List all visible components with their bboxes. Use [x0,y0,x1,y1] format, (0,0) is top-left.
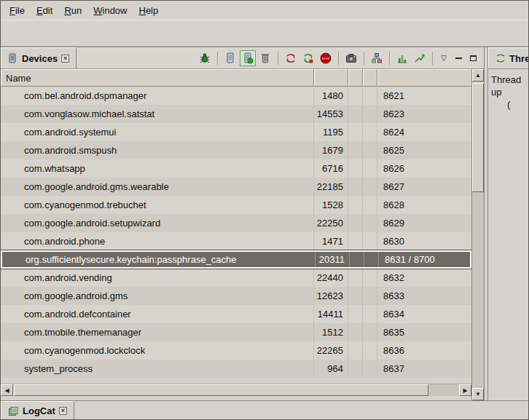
menu-window[interactable]: Window [87,3,133,18]
tab-devices[interactable]: Devices × [1,47,77,68]
process-name: com.android.systemui [1,123,314,141]
table-header: Name [1,69,471,87]
process-pid: 1528 [314,196,348,214]
process-pid: 22250 [314,214,348,232]
screen-capture-icon[interactable] [343,50,359,66]
process-name: org.sufficientlysecure.keychain:passphra… [2,252,316,267]
stop-process-icon[interactable]: STOP [318,50,334,66]
scroll-left-icon[interactable]: ◀ [1,384,13,396]
toolbar-separator [338,52,339,65]
update-threads-icon[interactable] [283,50,299,66]
process-name: com.vonglasow.michael.satstat [1,105,314,123]
debug-icon[interactable] [197,50,213,66]
process-pid: 22265 [314,341,348,360]
process-name: com.google.android.setupwizard [1,214,314,232]
threads-icon [495,53,506,63]
table-row[interactable]: com.tmobile.thememanager 1512 8635 [1,323,471,341]
devices-toolbar: STOP [197,47,484,68]
process-port: 8633 [377,287,471,305]
tab-devices-close-icon[interactable]: × [61,55,69,63]
process-name: com.tmobile.thememanager [1,323,314,341]
process-port: 8630 [377,232,471,250]
process-pid: 964 [314,360,348,378]
method-profiling-icon[interactable] [300,50,316,66]
dump-hprof-icon[interactable] [240,50,256,66]
devices-view: Devices × [1,47,485,400]
process-pid: 1195 [314,123,348,141]
menu-bar: File Edit Run Window Help [1,1,528,20]
process-pid: 14411 [314,305,348,323]
table-row[interactable]: com.cyanogenmod.trebuchet 1528 8628 [1,196,471,214]
toolbar-separator [389,52,390,65]
main-area: Devices × [1,47,528,400]
scroll-down-icon[interactable]: ▼ [472,388,484,400]
menu-help[interactable]: Help [133,3,164,18]
process-name: com.android.defcontainer [1,305,314,323]
process-port: 8627 [377,178,471,196]
logcat-icon [8,406,19,416]
process-port: 8631 / 8700 [379,252,470,267]
maximize-icon[interactable] [466,52,479,65]
process-name: com.bel.android.dspmanager [1,87,314,105]
table-row[interactable]: com.google.android.setupwizard 22250 862… [1,214,471,232]
v-scroll-thumb[interactable] [472,83,484,192]
process-pid: 12623 [314,287,348,305]
vertical-scrollbar[interactable]: ▲ ▼ [471,69,484,400]
process-port: 8624 [377,123,471,141]
horizontal-scrollbar[interactable]: ◀ ▶ [1,384,471,396]
process-pid: 20311 [316,252,350,267]
table-row[interactable]: system_process 964 8637 [1,360,471,378]
tab-logcat-close-icon[interactable]: × [59,407,67,415]
tab-threads[interactable]: Threads [488,47,528,68]
hierarchy-view-icon[interactable] [369,50,385,66]
table-row[interactable]: com.android.vending 22440 8632 [1,269,471,287]
menu-file[interactable]: File [4,3,31,18]
process-table: Name com.bel.android.dspmanager 1480 862… [1,69,484,400]
minimize-icon[interactable] [452,52,465,65]
table-row[interactable]: com.bel.android.dspmanager 1480 8621 [1,87,471,105]
sysinfo-chart-icon[interactable] [412,50,428,66]
scroll-up-icon[interactable]: ▲ [472,69,484,82]
toolbar-separator [364,52,364,65]
process-port: 8635 [377,323,471,341]
process-port: 8636 [377,341,471,360]
bottom-tabbar: LogCat × [1,400,528,420]
update-heap-icon[interactable] [222,50,238,66]
toolbar-separator [278,52,278,65]
sysinfo-bars-icon[interactable] [394,50,410,66]
view-menu-icon[interactable]: ▽ [437,52,450,65]
table-row[interactable]: com.google.android.gms.wearable 22185 86… [1,178,471,196]
table-row[interactable]: org.sufficientlysecure.keychain:passphra… [1,250,471,269]
process-port: 8629 [377,214,471,232]
devices-tabbar: Devices × [1,47,484,69]
table-row[interactable]: com.google.android.gms 12623 8633 [1,287,471,305]
tab-logcat-label: LogCat [23,405,55,416]
table-row[interactable]: com.android.systemui 1195 8624 [1,123,471,141]
process-name: com.android.vending [1,269,314,287]
process-name: system_process [1,360,314,378]
tab-threads-label: Threads [509,53,528,64]
table-row[interactable]: com.cyanogenmod.lockclock 22265 8636 [1,341,471,360]
menu-run[interactable]: Run [58,3,87,18]
column-header-pid [314,69,348,87]
threads-message-line2: ( [491,98,525,111]
menu-edit[interactable]: Edit [31,3,58,18]
column-header-c2 [363,69,377,87]
table-row[interactable]: com.android.smspush 1679 8625 [1,141,471,159]
process-name: com.android.phone [1,232,314,250]
h-scroll-thumb[interactable] [14,384,428,396]
scroll-right-icon[interactable]: ▶ [459,384,471,396]
column-header-port [377,69,471,87]
table-row[interactable]: com.whatsapp 6716 8626 [1,159,471,178]
tab-logcat[interactable]: LogCat × [1,401,74,420]
table-row[interactable]: com.android.phone 1471 8630 [1,232,471,250]
process-pid: 1679 [314,141,348,159]
cause-gc-icon[interactable] [257,50,273,66]
process-name: com.cyanogenmod.lockclock [1,341,314,360]
toolbar-separator [432,52,433,65]
v-scroll-track[interactable] [472,82,484,388]
table-row[interactable]: com.vonglasow.michael.satstat 14553 8623 [1,105,471,123]
table-row[interactable]: com.android.defcontainer 14411 8634 [1,305,471,323]
device-icon [8,53,18,63]
h-scroll-track[interactable] [13,384,459,396]
